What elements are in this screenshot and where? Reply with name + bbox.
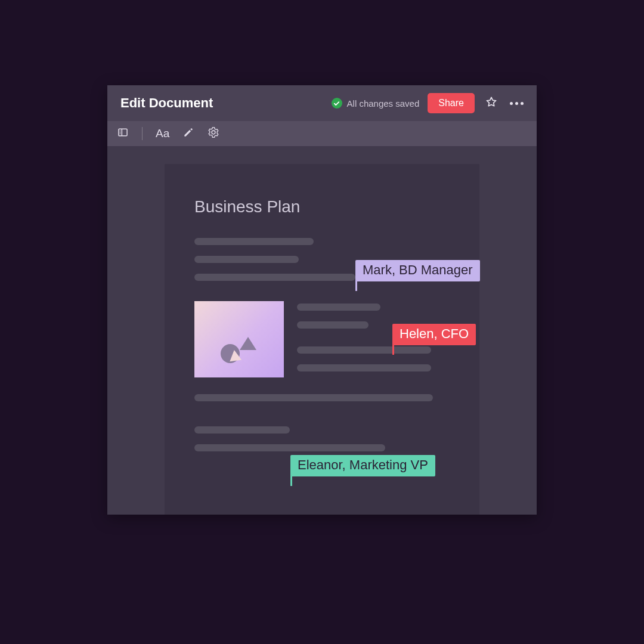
share-button[interactable]: Share [428, 93, 475, 113]
header-bar: Edit Document All changes saved Share [107, 85, 537, 121]
cursor-label: Helen, CFO [400, 326, 469, 341]
toolbar: Aa [107, 121, 537, 146]
cursor-label: Mark, BD Manager [363, 262, 473, 277]
star-icon [485, 95, 498, 111]
collaborator-cursor-eleanor[interactable]: Eleanor, Marketing VP [290, 455, 435, 476]
svg-point-3 [120, 132, 121, 133]
edit-button[interactable] [182, 126, 194, 141]
image-thumbnail[interactable] [194, 301, 284, 377]
page-title: Edit Document [120, 95, 213, 111]
text-placeholder [194, 256, 299, 263]
more-icon [510, 102, 524, 105]
save-status: All changes saved [332, 98, 420, 109]
svg-point-2 [120, 131, 121, 132]
text-placeholder [194, 394, 433, 401]
collaborator-cursor-mark[interactable]: Mark, BD Manager [355, 260, 480, 281]
toolbar-divider [142, 127, 143, 140]
paragraph-block [194, 394, 450, 451]
cursor-label: Eleanor, Marketing VP [298, 457, 428, 472]
text-placeholder [194, 274, 355, 281]
text-placeholder [194, 444, 385, 451]
gear-icon [208, 126, 219, 141]
text-placeholder [297, 364, 431, 371]
text-placeholder [297, 346, 431, 354]
save-status-text: All changes saved [347, 98, 420, 109]
collaborator-cursor-helen[interactable]: Helen, CFO [392, 324, 476, 345]
more-menu-button[interactable] [508, 95, 525, 112]
favorite-button[interactable] [483, 95, 500, 112]
cursor-caret-icon [392, 344, 394, 355]
text-placeholder [194, 426, 290, 434]
document-title: Business Plan [194, 197, 450, 216]
settings-button[interactable] [208, 126, 219, 141]
svg-point-4 [120, 134, 121, 135]
panel-icon [117, 126, 129, 141]
cursor-caret-icon [290, 475, 292, 486]
typography-button[interactable]: Aa [156, 127, 169, 140]
pencil-icon [182, 126, 194, 141]
text-placeholder [297, 321, 369, 329]
document-canvas[interactable]: Business Plan [107, 146, 537, 515]
editor-window: Edit Document All changes saved Share Aa [107, 85, 537, 515]
text-placeholder [194, 238, 314, 245]
check-icon [332, 98, 342, 109]
cursor-caret-icon [355, 280, 357, 291]
panel-toggle-button[interactable] [117, 126, 129, 141]
text-placeholder [297, 304, 380, 311]
